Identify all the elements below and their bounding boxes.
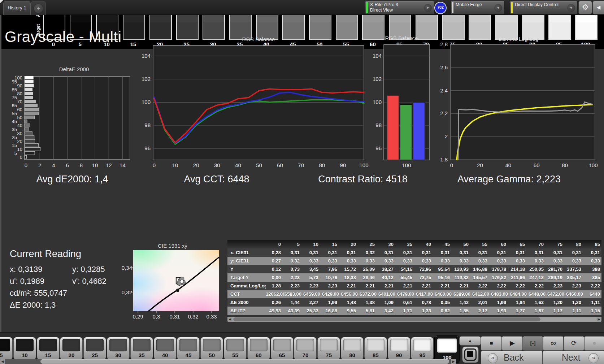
pattern-level-button-25[interactable]: 25 [83, 337, 106, 360]
level-button-label: 15 [37, 352, 59, 358]
continuous-measure-button[interactable]: ∞ [543, 336, 564, 351]
table-cell: 0,31 [397, 248, 416, 257]
pattern-level-button-40[interactable]: 40 [154, 337, 177, 360]
table-cell: 0,31 [378, 248, 397, 257]
play-button[interactable]: ▶ [502, 336, 523, 351]
svg-text:60: 60 [17, 107, 22, 112]
swatch-level-label: 35 [229, 41, 251, 47]
settings-button[interactable]: ⚙ [578, 1, 592, 14]
swatch-level-label: 25 [175, 41, 198, 47]
level-button-swatch [273, 339, 291, 351]
pattern-list-scrollbar[interactable]: ◀ ▶ [0, 359, 456, 364]
scroll-right-icon[interactable]: ▶ [451, 359, 456, 364]
meter-sync-badge[interactable]: 702 [434, 2, 447, 14]
svg-text:75: 75 [12, 95, 17, 100]
svg-text:50: 50 [256, 162, 262, 168]
pattern-list-up-button[interactable]: ▲ [459, 336, 481, 346]
tab-history-1[interactable]: History 1 [3, 1, 31, 15]
workflow-dropdown[interactable]: Mobile Forge ▼ [451, 1, 505, 14]
pattern-level-button-50[interactable]: 50 [200, 337, 223, 360]
swatch-level-label: 20 [149, 41, 171, 47]
table-cell: 291,70 [547, 265, 566, 273]
table-corner-cell [227, 240, 266, 248]
next-button[interactable]: Next » [543, 351, 604, 364]
table-row: Y0,120,733,457,9615,7226,0938,2754,1672,… [227, 265, 601, 273]
swatch-level-label: 85 [495, 41, 517, 47]
reading-de2000: ΔE 2000: 1,3 [10, 300, 56, 309]
bottom-control-bar: 5101520253035404550556065707580859095100… [0, 332, 604, 364]
scroll-right-icon[interactable]: ▶ [596, 317, 601, 322]
pattern-level-button-95[interactable]: 95 [411, 337, 434, 360]
infinity-icon: ∞ [551, 337, 556, 350]
pattern-level-button-70[interactable]: 70 [294, 337, 317, 360]
single-measure-button[interactable]: [-] [523, 336, 543, 351]
pattern-level-button-55[interactable]: 55 [224, 337, 247, 360]
level-button-swatch [390, 339, 408, 351]
table-cell: 6459,00 [303, 290, 322, 298]
back-chevrons-icon: « [488, 353, 498, 363]
table-cell: 1,67 [529, 307, 547, 315]
table-scrollbar[interactable]: ◀ ▶ [227, 317, 601, 322]
cie-y-tick: 0,34 [116, 265, 132, 271]
meter-dropdown[interactable]: X-Rite i1Pro 3 Direct View ▼ [365, 1, 434, 14]
record-button[interactable]: ● [584, 336, 604, 351]
svg-text:50: 50 [17, 115, 22, 120]
pattern-level-button-5[interactable]: 5 [0, 337, 13, 360]
refresh-button[interactable]: ⟳ [564, 336, 584, 351]
table-row-label: Gamma Log/Log [227, 282, 266, 290]
svg-text:14: 14 [120, 162, 126, 168]
display-control-dropdown[interactable]: Direct Display Control ▼ [510, 1, 578, 14]
table-column-header: 30 [378, 240, 397, 248]
table-cell: 5,81 [360, 307, 378, 315]
pattern-level-button-30[interactable]: 30 [107, 337, 130, 360]
reading-luminance: cd/m²: 555,0747 [10, 289, 67, 298]
add-tab-button[interactable]: + [31, 1, 46, 15]
table-cell: 2,27 [303, 298, 322, 307]
pattern-level-button-10[interactable]: 10 [13, 337, 36, 360]
table-cell: 1,28 [266, 282, 284, 290]
current-reading-panel: Current Reading x: 0,3139 y: 0,3285 u': … [10, 248, 81, 312]
svg-text:1,8: 1,8 [440, 156, 448, 162]
table-cell: 0,00 [266, 273, 284, 282]
swatch-level-label: 40 [255, 41, 278, 47]
scroll-left-icon[interactable]: ◀ [0, 359, 5, 364]
pattern-level-button-15[interactable]: 15 [37, 337, 60, 360]
swatch-target-half [336, 22, 357, 40]
pattern-level-button-20[interactable]: 20 [60, 337, 83, 360]
table-cell: 0,73 [284, 265, 303, 273]
table-cell: 0,62 [435, 307, 453, 315]
stop-button[interactable]: ■ [481, 336, 502, 351]
table-row: x: CIE310,280,310,310,310,310,320,310,31… [227, 248, 601, 257]
pattern-level-button-60[interactable]: 60 [247, 337, 270, 360]
table-cell: 1,93 [491, 307, 510, 315]
table-cell: 2,21 [397, 282, 416, 290]
pattern-level-button-65[interactable]: 65 [271, 337, 294, 360]
pattern-window-button[interactable] [462, 346, 479, 363]
table-scrollbar-thumb[interactable] [233, 317, 540, 321]
scroll-left-icon[interactable]: ◀ [227, 317, 233, 322]
collapse-panel-button[interactable]: ◀ [592, 1, 604, 14]
table-cell: 0,31 [416, 248, 435, 257]
back-button[interactable]: « Back [481, 351, 543, 364]
table-cell: 6429,00 [322, 290, 341, 298]
swatch-target-half [390, 22, 410, 40]
svg-text:100: 100 [373, 99, 382, 105]
svg-text:100: 100 [142, 99, 151, 105]
pattern-level-button-35[interactable]: 35 [130, 337, 153, 360]
table-cell: 1,84 [510, 298, 529, 307]
table-cell: 0,33 [360, 257, 378, 265]
table-cell: 0,33 [416, 257, 435, 265]
pattern-level-button-90[interactable]: 90 [388, 337, 410, 360]
stat-avg-de2000: Avg dE2000: 1,4 [36, 174, 108, 185]
level-button-swatch [296, 339, 314, 351]
stat-average-gamma: Average Gamma: 2,223 [457, 174, 561, 185]
pattern-scrollbar-thumb[interactable] [40, 359, 449, 364]
table-row: CCT12062,006583,006459,006429,006456,006… [227, 290, 601, 298]
svg-text:0: 0 [153, 162, 156, 168]
table-cell: 43,39 [284, 307, 303, 315]
pattern-level-button-85[interactable]: 85 [364, 337, 387, 360]
pattern-level-button-75[interactable]: 75 [317, 337, 340, 360]
pattern-level-button-80[interactable]: 80 [341, 337, 364, 360]
level-button-swatch [109, 339, 127, 351]
pattern-level-button-45[interactable]: 45 [177, 337, 200, 360]
